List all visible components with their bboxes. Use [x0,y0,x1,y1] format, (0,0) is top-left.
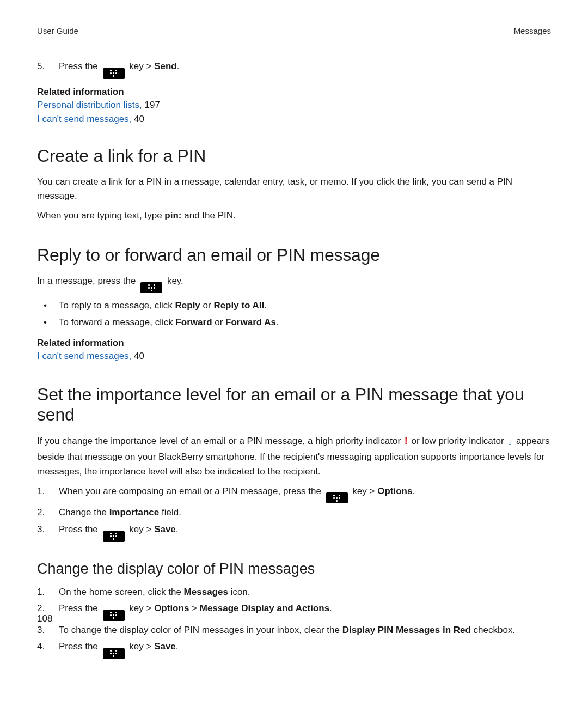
steps-display-color: 1. On the home screen, click the Message… [37,585,551,659]
page-number: 108 [37,613,52,624]
list-item: 3. To change the display color of PIN me… [37,623,551,638]
list-item: 4. Press the key > Save. [37,640,551,659]
list-item: 3. Press the key > Save. [37,522,551,542]
list-item: • To reply to a message, click Reply or … [37,299,551,313]
list-item-text: To forward a message, click Forward or F… [59,315,551,330]
heading-reply-forward: Reply to or forward an email or PIN mess… [37,245,551,265]
low-priority-icon: ↓ [507,435,512,450]
link-cant-send-messages[interactable]: I can't send messages, [37,114,131,124]
related-info-heading: Related information [37,338,551,349]
list-item: 1. On the home screen, click the Message… [37,585,551,600]
related-info-heading: Related information [37,87,551,98]
related-link-row: Personal distribution lists, 197 [37,99,551,112]
paragraph: You can create a link for a PIN in a mes… [37,175,551,204]
high-priority-icon: ! [405,434,408,449]
running-head: User Guide Messages [37,26,551,35]
runhead-left: User Guide [37,26,78,35]
runhead-right: Messages [514,26,551,35]
list-item: 2. Change the Importance field. [37,506,551,520]
step-text: When you are composing an email or a PIN… [59,484,551,504]
page: User Guide Messages 5. Press the key > S… [0,0,588,706]
menu-key-icon [103,531,125,542]
list-item: • To forward a message, click Forward or… [37,315,551,330]
paragraph: In a message, press the key. [37,274,551,294]
list-item: 2. Press the key > Options > Message Dis… [37,601,551,621]
menu-key-icon [103,610,125,621]
steps-importance: 1. When you are composing an email or a … [37,484,551,542]
bullet-list: • To reply to a message, click Reply or … [37,299,551,330]
heading-create-link-pin: Create a link for a PIN [37,146,551,166]
paragraph: If you change the importance level of an… [37,434,551,479]
step-number: 3. [37,623,59,637]
step-number: 5. [37,59,59,74]
step-text: On the home screen, click the Messages i… [59,585,551,600]
list-item-text: To reply to a message, click Reply or Re… [59,299,551,313]
step-text: To change the display color of PIN messa… [59,623,551,638]
list-item: 1. When you are composing an email or a … [37,484,551,504]
intro-steps: 5. Press the key > Send. [37,59,551,79]
menu-key-icon [140,282,162,293]
menu-key-icon [103,648,125,659]
link-cant-send-messages[interactable]: I can't send messages, [37,351,131,361]
heading-set-importance: Set the importance level for an email or… [37,385,551,425]
bullet-icon: • [37,315,59,330]
step-text: Press the key > Save. [59,640,551,659]
heading-change-display-color: Change the display color of PIN messages [37,561,551,577]
step-number: 3. [37,522,59,537]
step-number: 4. [37,640,59,654]
step-text: Change the Importance field. [59,506,551,520]
paragraph: When you are typing text, type pin: and … [37,209,551,223]
related-link-row: I can't send messages, 40 [37,350,551,363]
bullet-icon: • [37,299,59,313]
list-item: 5. Press the key > Send. [37,59,551,79]
related-link-row: I can't send messages, 40 [37,113,551,126]
step-text: Press the key > Options > Message Displa… [59,601,551,621]
step-number: 1. [37,585,59,599]
menu-key-icon [326,492,348,503]
link-personal-distribution-lists[interactable]: Personal distribution lists, [37,100,142,110]
step-number: 2. [37,506,59,520]
step-text: Press the key > Save. [59,522,551,542]
step-number: 1. [37,484,59,498]
menu-key-icon [103,68,125,79]
step-text: Press the key > Send. [59,59,551,79]
